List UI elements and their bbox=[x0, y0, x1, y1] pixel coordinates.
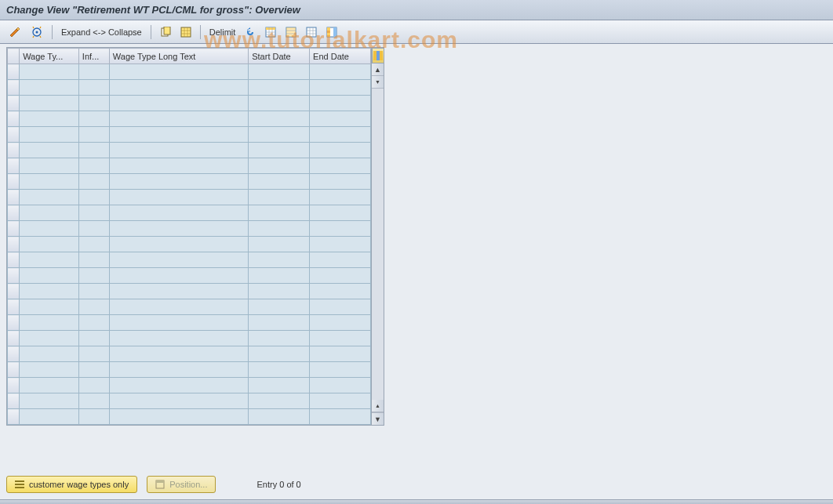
cell[interactable] bbox=[20, 96, 79, 111]
cell[interactable] bbox=[310, 315, 371, 331]
cell[interactable] bbox=[109, 362, 248, 378]
cell[interactable] bbox=[20, 237, 79, 252]
cell[interactable] bbox=[109, 190, 248, 205]
row-selector[interactable] bbox=[8, 96, 20, 111]
row-selector[interactable] bbox=[8, 331, 20, 346]
cell[interactable] bbox=[249, 331, 310, 346]
cell[interactable] bbox=[249, 111, 310, 127]
row-selector[interactable] bbox=[8, 127, 20, 143]
cell[interactable] bbox=[109, 80, 248, 96]
cell[interactable] bbox=[249, 190, 310, 205]
cell[interactable] bbox=[109, 205, 248, 221]
cell[interactable] bbox=[20, 190, 79, 205]
select-block-icon[interactable] bbox=[282, 24, 300, 40]
cell[interactable] bbox=[249, 174, 310, 190]
cell[interactable] bbox=[78, 378, 109, 393]
cell[interactable] bbox=[20, 174, 79, 190]
row-selector[interactable] bbox=[8, 268, 20, 284]
col-start-date[interactable]: Start Date bbox=[249, 49, 310, 64]
position-button[interactable]: Position... bbox=[147, 476, 216, 493]
cell[interactable] bbox=[78, 331, 109, 346]
cell[interactable] bbox=[78, 393, 109, 409]
table-row[interactable] bbox=[8, 143, 371, 158]
other-view-icon[interactable] bbox=[27, 24, 47, 40]
cell[interactable] bbox=[20, 80, 79, 96]
cell[interactable] bbox=[310, 158, 371, 174]
cell[interactable] bbox=[310, 378, 371, 393]
cell[interactable] bbox=[310, 96, 371, 111]
cell[interactable] bbox=[249, 127, 310, 143]
cell[interactable] bbox=[310, 237, 371, 252]
cell[interactable] bbox=[20, 268, 79, 284]
row-selector[interactable] bbox=[8, 252, 20, 268]
table-row[interactable] bbox=[8, 127, 371, 143]
cell[interactable] bbox=[249, 205, 310, 221]
table-row[interactable] bbox=[8, 237, 371, 252]
table-row[interactable] bbox=[8, 268, 371, 284]
row-selector[interactable] bbox=[8, 409, 20, 425]
cell[interactable] bbox=[20, 331, 79, 346]
cell[interactable] bbox=[78, 252, 109, 268]
table-row[interactable] bbox=[8, 111, 371, 127]
cell[interactable] bbox=[249, 96, 310, 111]
cell[interactable] bbox=[310, 127, 371, 143]
cell[interactable] bbox=[249, 409, 310, 425]
cell[interactable] bbox=[310, 252, 371, 268]
table-row[interactable] bbox=[8, 252, 371, 268]
table-row[interactable] bbox=[8, 221, 371, 237]
table-row[interactable] bbox=[8, 284, 371, 299]
cell[interactable] bbox=[109, 378, 248, 393]
vertical-scrollbar[interactable]: ▲ ▼ ▲ ▼ bbox=[371, 48, 384, 425]
cell[interactable] bbox=[310, 393, 371, 409]
cell[interactable] bbox=[249, 393, 310, 409]
expand-collapse-button[interactable]: Expand <-> Collapse bbox=[57, 24, 146, 40]
cell[interactable] bbox=[109, 174, 248, 190]
table-row[interactable] bbox=[8, 96, 371, 111]
cell[interactable] bbox=[109, 237, 248, 252]
table-row[interactable] bbox=[8, 64, 371, 80]
row-selector-header[interactable] bbox=[8, 49, 20, 64]
cell[interactable] bbox=[20, 221, 79, 237]
cell[interactable] bbox=[20, 111, 79, 127]
cell[interactable] bbox=[109, 64, 248, 80]
table-row[interactable] bbox=[8, 315, 371, 331]
row-selector[interactable] bbox=[8, 174, 20, 190]
cell[interactable] bbox=[310, 174, 371, 190]
scroll-up-icon[interactable]: ▲ bbox=[372, 63, 384, 76]
table-row[interactable] bbox=[8, 393, 371, 409]
cell[interactable] bbox=[310, 362, 371, 378]
cell[interactable] bbox=[20, 205, 79, 221]
cell[interactable] bbox=[310, 299, 371, 315]
cell[interactable] bbox=[20, 315, 79, 331]
table-row[interactable] bbox=[8, 174, 371, 190]
table-row[interactable] bbox=[8, 378, 371, 393]
cell[interactable] bbox=[78, 111, 109, 127]
scroll-down-step-icon[interactable]: ▲ bbox=[372, 400, 384, 412]
grid-settings-icon[interactable] bbox=[261, 24, 280, 40]
cell[interactable] bbox=[78, 96, 109, 111]
scroll-track[interactable] bbox=[372, 89, 384, 400]
cell[interactable] bbox=[20, 362, 79, 378]
cell[interactable] bbox=[249, 237, 310, 252]
cell[interactable] bbox=[310, 331, 371, 346]
cell[interactable] bbox=[310, 221, 371, 237]
cell[interactable] bbox=[249, 315, 310, 331]
cell[interactable] bbox=[20, 393, 79, 409]
cell[interactable] bbox=[249, 221, 310, 237]
row-selector[interactable] bbox=[8, 64, 20, 80]
toggle-display-change-icon[interactable] bbox=[5, 24, 25, 40]
cell[interactable] bbox=[310, 346, 371, 362]
cell[interactable] bbox=[109, 96, 248, 111]
cell[interactable] bbox=[310, 409, 371, 425]
row-selector[interactable] bbox=[8, 299, 20, 315]
cell[interactable] bbox=[109, 127, 248, 143]
cell[interactable] bbox=[20, 158, 79, 174]
col-wage-type-long-text[interactable]: Wage Type Long Text bbox=[109, 49, 248, 64]
table-row[interactable] bbox=[8, 409, 371, 425]
cell[interactable] bbox=[310, 111, 371, 127]
cell[interactable] bbox=[109, 409, 248, 425]
row-selector[interactable] bbox=[8, 111, 20, 127]
cell[interactable] bbox=[20, 378, 79, 393]
cell[interactable] bbox=[109, 331, 248, 346]
scroll-up-step-icon[interactable]: ▼ bbox=[372, 76, 384, 89]
